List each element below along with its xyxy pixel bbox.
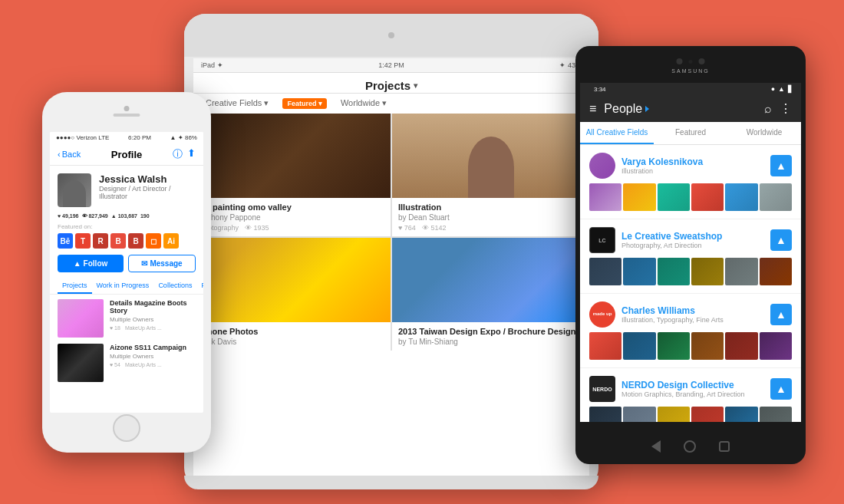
tablet-card[interactable]: iphone Photos Jack Davis	[193, 238, 391, 351]
chevron-left-icon: ‹	[58, 150, 61, 159]
card-image	[193, 238, 391, 322]
tab-all-creative-fields[interactable]: All Creative Fields	[580, 122, 654, 144]
camera-dot3	[699, 58, 705, 64]
tab-wip[interactable]: Work in Progress	[92, 278, 154, 294]
android-screen: 3:34 ● ▲ ▋ ≡ People ⌕ ⋮ All Creative Fie…	[580, 83, 801, 422]
avatar: made up	[589, 301, 615, 328]
project-stats: ♥ 18 MakeUp Arts ...	[110, 325, 196, 331]
card-title: 2013 Taiwan Design Expo / Brochure Desig…	[398, 327, 583, 336]
wifi-icon: ●	[771, 85, 775, 93]
search-icon[interactable]: ⌕	[764, 102, 772, 116]
thumb	[589, 332, 621, 360]
home-button[interactable]	[684, 440, 696, 453]
profile-stats: ♥ 49,196 👁 827,949 ▲ 103,687 190	[58, 213, 196, 219]
follow-button[interactable]: ▲	[770, 229, 792, 251]
tablet-status-time: 1:42 PM	[378, 61, 404, 69]
project-item[interactable]: Aizone SS11 Campaign Multiple Owners ♥ 5…	[58, 344, 196, 382]
phone-battery: ▲ ✦ 86%	[170, 134, 197, 141]
tab-worldwide[interactable]: Worldwide	[727, 122, 801, 144]
tablet-card[interactable]: art painting omo valley Anthony Pappone …	[193, 114, 391, 236]
project-likes: ♥ 18	[110, 325, 120, 331]
recents-button[interactable]	[719, 441, 730, 452]
person-header: NERDO NERDO Design Collective Motion Gra…	[589, 376, 792, 402]
person-header: Varya Kolesnikova Illustration ▲	[589, 153, 792, 179]
signal-icon: ▲	[778, 85, 785, 93]
tablet-screen: iPad ✦ 1:42 PM ✦ 43% Projects ▾ Creative…	[193, 58, 589, 476]
person-item[interactable]: NERDO NERDO Design Collective Motion Gra…	[580, 368, 801, 422]
creative-fields-filter[interactable]: Creative Fields ▾	[206, 98, 269, 109]
person-field: Motion Graphics, Branding, Art Direction	[621, 390, 764, 398]
back-button[interactable]: ‹ Back	[58, 150, 81, 159]
back-label: Back	[62, 150, 81, 159]
tab-projects[interactable]: Projects	[58, 278, 92, 294]
profile-header: Jessica Walsh Designer / Art Director / …	[58, 173, 196, 207]
person-header: made up Charles Williams Illustration, T…	[589, 301, 792, 328]
battery-icon: ▋	[788, 85, 793, 93]
home-button[interactable]	[113, 414, 140, 442]
card-title: iphone Photos	[199, 327, 384, 336]
card-author: by Dean Stuart	[398, 213, 583, 222]
thumb	[658, 407, 690, 422]
card-image	[392, 238, 589, 322]
follow-button[interactable]: ▲	[770, 155, 792, 176]
follow-button[interactable]: ▲	[770, 304, 792, 325]
card-views: 👁 1935	[245, 224, 269, 232]
android-time: 3:34	[588, 86, 606, 93]
person-item[interactable]: LC Le Creative Sweatshop Photography, Ar…	[580, 219, 801, 294]
tab-featured[interactable]: Featured	[654, 122, 727, 144]
person-thumbnails	[589, 332, 792, 360]
thumb	[623, 258, 655, 285]
card-image	[193, 114, 391, 198]
tablet-card[interactable]: 2013 Taiwan Design Expo / Brochure Desig…	[392, 238, 589, 351]
card-image	[392, 114, 589, 198]
action-buttons: ▲ Follow ✉ Message	[58, 255, 196, 272]
tablet-bottom-bezel	[184, 476, 598, 489]
profile-text: Jessica Walsh Designer / Art Director / …	[99, 173, 196, 200]
project-likes: ♥ 54	[110, 362, 120, 367]
thumb	[589, 258, 621, 285]
worldwide-filter[interactable]: Worldwide ▾	[341, 98, 387, 109]
android-device: SAMSUNG 3:34 ● ▲ ▋ ≡ People ⌕ ⋮ All Crea…	[575, 46, 806, 464]
android-nav-buttons	[651, 440, 730, 453]
thumb	[658, 258, 690, 285]
phone-time: 6:20 PM	[128, 134, 151, 141]
tablet-nav-title[interactable]: Projects ▾	[365, 79, 417, 92]
follow-button[interactable]: ▲	[770, 378, 792, 400]
person-item[interactable]: Varya Kolesnikova Illustration ▲	[580, 145, 801, 219]
tablet-content-grid: art painting omo valley Anthony Pappone …	[193, 114, 589, 351]
project-item[interactable]: Details Magazine Boots Story Multiple Ow…	[58, 299, 196, 338]
thumb	[725, 183, 757, 211]
phone-nav-bar: ‹ Back Profile ⓘ ⬆	[50, 143, 203, 166]
info-icon[interactable]: ⓘ	[173, 147, 183, 161]
featured-filter[interactable]: Featured ▾	[282, 98, 327, 109]
tablet-camera	[388, 32, 394, 38]
thumb	[658, 332, 690, 360]
badge-b2: B	[128, 233, 143, 249]
tab-following[interactable]: Follo...	[196, 278, 203, 294]
platform-badges: Bē T R B B ◻ Ai	[58, 233, 196, 249]
project-by: MakeUp Arts ...	[125, 325, 162, 331]
follow-button[interactable]: ▲ Follow	[58, 255, 124, 272]
message-button[interactable]: ✉ Message	[128, 255, 196, 272]
thumb	[760, 183, 792, 211]
phone-camera	[124, 106, 130, 111]
card-info: 2013 Taiwan Design Expo / Brochure Desig…	[392, 322, 589, 351]
share-icon[interactable]: ⬆	[187, 147, 196, 161]
card-title: Illustration	[398, 203, 583, 212]
profile-tabs: Projects Work in Progress Collections Fo…	[50, 278, 203, 295]
card-title: art painting omo valley	[199, 203, 384, 212]
more-options-icon[interactable]: ⋮	[780, 101, 792, 116]
avatar	[58, 173, 91, 207]
menu-icon[interactable]: ≡	[589, 102, 596, 116]
tab-collections[interactable]: Collections	[153, 278, 196, 294]
tablet-card[interactable]: Illustration by Dean Stuart ♥ 764 👁 5142	[392, 114, 589, 236]
phone-profile-section: Jessica Walsh Designer / Art Director / …	[50, 166, 203, 396]
person-item[interactable]: made up Charles Williams Illustration, T…	[580, 294, 801, 368]
badge-b: B	[110, 233, 126, 249]
project-owner: Multiple Owners	[110, 316, 196, 323]
stat-views: 👁 827,949	[82, 213, 108, 219]
avatar: LC	[589, 227, 615, 253]
blue-triangle-icon	[645, 106, 649, 112]
back-button[interactable]	[651, 440, 661, 453]
avatar: NERDO	[589, 376, 615, 402]
